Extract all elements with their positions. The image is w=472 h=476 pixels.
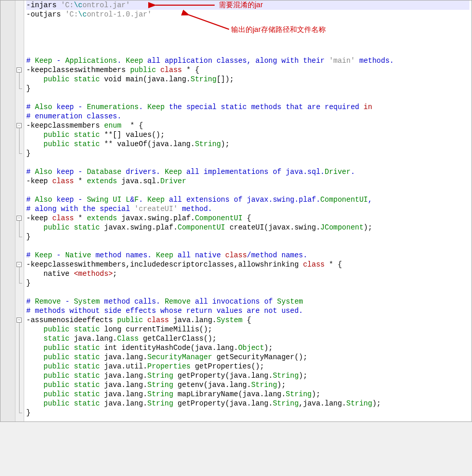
code-area[interactable]: 需要混淆的jar 输出的jar存储路径和文件名称 -injars 'C:\con… bbox=[24, 1, 471, 421]
code-line[interactable]: public static java.lang.String getProper… bbox=[26, 399, 469, 408]
code-line[interactable]: public static java.lang.SecurityManager … bbox=[26, 352, 469, 362]
code-line[interactable]: native <methods>; bbox=[26, 269, 469, 278]
code-line[interactable] bbox=[26, 38, 469, 47]
code-line[interactable]: public static ** valueOf(java.lang.Strin… bbox=[26, 139, 469, 149]
code-line[interactable]: public static int identityHashCode(java.… bbox=[26, 343, 469, 352]
code-line[interactable]: public static java.util.Properties getPr… bbox=[26, 362, 469, 371]
fold-toggle-icon[interactable]: - bbox=[16, 318, 22, 323]
code-line[interactable]: -outjars 'C:\control-1.0.jar' bbox=[26, 10, 469, 19]
code-line[interactable] bbox=[26, 186, 469, 195]
annotation-2: 输出的jar存储路径和文件名称 bbox=[231, 25, 326, 34]
code-line[interactable]: } bbox=[26, 232, 469, 241]
fold-column[interactable]: ----- bbox=[15, 1, 24, 421]
fold-guide-end bbox=[19, 237, 22, 237]
code-line[interactable]: # Also keep - Swing UI L&F. Keep all ext… bbox=[26, 195, 469, 204]
code-line[interactable]: # Keep - Native method names. Keep all n… bbox=[26, 251, 469, 260]
code-line[interactable]: -keepclassmembers enum * { bbox=[26, 121, 469, 130]
code-line[interactable]: public static void main(java.lang.String… bbox=[26, 75, 469, 84]
fold-guide bbox=[19, 128, 20, 153]
code-line[interactable]: public static **[] values(); bbox=[26, 130, 469, 139]
code-line[interactable]: public static java.lang.String getenv(ja… bbox=[26, 380, 469, 390]
code-line[interactable]: # Keep - Applications. Keep all applicat… bbox=[26, 56, 469, 65]
fold-guide bbox=[19, 221, 20, 237]
code-line[interactable]: # enumeration classes. bbox=[26, 112, 469, 121]
code-line[interactable]: public static long currentTimeMillis(); bbox=[26, 325, 469, 334]
code-line[interactable]: static java.lang.Class getCallerClass(); bbox=[26, 334, 469, 343]
code-line[interactable]: # Remove - System method calls. Remove a… bbox=[26, 297, 469, 306]
code-line[interactable]: public static java.lang.String mapLibrar… bbox=[26, 390, 469, 399]
code-line[interactable] bbox=[26, 158, 469, 167]
fold-guide-end bbox=[19, 153, 22, 154]
fold-toggle-icon[interactable]: - bbox=[16, 262, 22, 267]
fold-toggle-icon[interactable]: - bbox=[16, 67, 22, 73]
fold-guide-end bbox=[19, 413, 22, 413]
fold-toggle-icon[interactable]: - bbox=[16, 216, 22, 221]
fold-guide bbox=[19, 267, 20, 283]
annotation-1: 需要混淆的jar bbox=[219, 1, 263, 10]
code-line[interactable] bbox=[26, 241, 469, 251]
code-line[interactable]: } bbox=[26, 278, 469, 288]
code-line[interactable]: public static java.lang.String getProper… bbox=[26, 371, 469, 380]
fold-guide-end bbox=[19, 283, 22, 284]
fold-toggle-icon[interactable]: - bbox=[16, 123, 22, 128]
code-line[interactable]: # Also keep - Enumerations. Keep the spe… bbox=[26, 102, 469, 112]
code-line[interactable]: -keep class * extends java.sql.Driver bbox=[26, 177, 469, 186]
code-line[interactable]: # Also keep - Database drivers. Keep all… bbox=[26, 167, 469, 177]
code-line[interactable]: # along with the special 'createUI' meth… bbox=[26, 204, 469, 214]
code-line[interactable] bbox=[26, 47, 469, 56]
code-line[interactable] bbox=[26, 93, 469, 102]
code-editor: ----- 需要混淆的jar 输出的jar存储路径和文件名称 -injars '… bbox=[0, 0, 472, 422]
code-line[interactable]: -keepclasseswithmembers,includedescripto… bbox=[26, 260, 469, 269]
code-line[interactable]: } bbox=[26, 408, 469, 417]
code-line[interactable]: -keepclasseswithmembers public class * { bbox=[26, 65, 469, 75]
code-line[interactable]: -assumenosideeffects public class java.l… bbox=[26, 315, 469, 325]
line-number-gutter bbox=[1, 1, 15, 421]
fold-guide-end bbox=[19, 89, 22, 89]
code-line[interactable]: } bbox=[26, 84, 469, 93]
code-line[interactable] bbox=[26, 288, 469, 297]
code-line[interactable]: # methods without side effects whose ret… bbox=[26, 306, 469, 315]
code-line[interactable]: } bbox=[26, 149, 469, 158]
code-line[interactable]: -keep class * extends javax.swing.plaf.C… bbox=[26, 214, 469, 223]
code-line[interactable]: public static javax.swing.plaf.Component… bbox=[26, 223, 469, 232]
fold-guide bbox=[19, 323, 20, 413]
fold-guide bbox=[19, 73, 20, 89]
